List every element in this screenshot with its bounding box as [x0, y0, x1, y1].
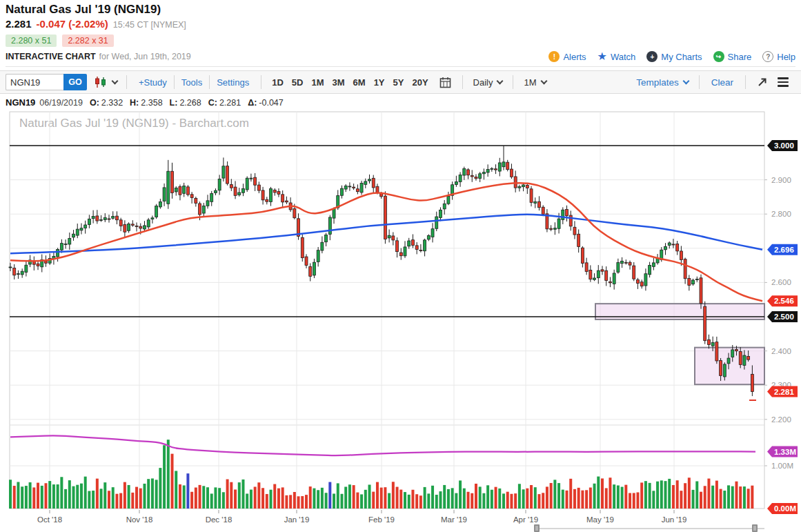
barchart-interactive-chart-page: Natural Gas Jul '19 (NGN19) 2.281 -0.047…	[0, 0, 801, 532]
quick-links: !Alerts★Watch+My Charts↪Share?Help	[548, 51, 795, 62]
bid-ask-row: 2.280 x 51 2.282 x 31	[6, 35, 795, 47]
section-row: INTERACTIVE CHART for Wed, Jun 19th, 201…	[6, 51, 795, 67]
toolbar-link-settings[interactable]: Settings	[217, 77, 249, 88]
axis-badge-label: 1.33M	[774, 448, 796, 456]
drawn-rectangle-annotation[interactable]	[695, 348, 764, 385]
ohlc-value: 2.358	[141, 98, 162, 108]
ohlc-field: L:2.268	[170, 98, 201, 108]
chart-range-scrollbar	[534, 524, 764, 532]
price-change: -0.047 (-2.02%)	[37, 17, 108, 31]
ohlc-label: O:	[90, 98, 99, 108]
templates-dropdown[interactable]: Templates	[636, 77, 689, 88]
separator	[462, 75, 463, 89]
templates-label: Templates	[636, 77, 679, 88]
range-buttons: 1D5D1M3M6M1Y5Y20Y	[268, 77, 432, 88]
quick-link-my-charts[interactable]: +My Charts	[646, 51, 702, 62]
range-button-1m[interactable]: 1M	[311, 77, 324, 88]
share-icon: ↪	[713, 51, 724, 62]
quick-link-share[interactable]: ↪Share	[713, 51, 752, 62]
separator	[745, 75, 746, 89]
separator	[126, 75, 127, 89]
ohlc-value: -0.047	[259, 98, 283, 108]
axis-badge-label: 2.696	[774, 246, 794, 254]
axis-month-label: Oct '18	[37, 515, 62, 524]
range-button-5d[interactable]: 5D	[292, 77, 304, 88]
go-button[interactable]: GO	[63, 74, 87, 90]
range-button-20y[interactable]: 20Y	[412, 77, 428, 88]
axis-month-label: Apr '19	[513, 515, 538, 524]
chevron-down-icon	[497, 77, 504, 84]
range-button-6m[interactable]: 6M	[353, 77, 366, 88]
chart-watermark: Natural Gas Jul '19 (NGN19) - Barchart.c…	[19, 117, 249, 130]
axis-month-label: Dec '18	[206, 515, 233, 524]
help-icon: ?	[762, 51, 773, 62]
axis-tick-label: 1.00M	[771, 462, 793, 470]
menu-icon[interactable]	[778, 77, 789, 87]
axis-month-label: Nov '18	[126, 515, 153, 524]
axis-badge-label: 2.500	[774, 313, 794, 321]
ohlc-fields: O:2.332H:2.358L:2.268C:2.281Δ:-0.047	[90, 98, 290, 108]
ohlc-value: 2.332	[101, 98, 123, 108]
axis-badge-label: 3.000	[774, 141, 794, 150]
range-button-1d[interactable]: 1D	[272, 77, 284, 88]
expand-chart-icon[interactable]	[757, 77, 768, 88]
candlestick-type-icon	[94, 76, 108, 88]
price-row: 2.281 -0.047 (-2.02%) 15:45 CT [NYMEX]	[6, 17, 795, 32]
zoom-label: 1M	[524, 77, 536, 88]
axis-month-label: Mar '19	[441, 515, 467, 524]
ask-badge: 2.282 x 31	[62, 35, 113, 47]
right-price-axis: 2.9002.8002.6002.4002.3002.2001.00M3.000…	[764, 140, 798, 514]
axis-badge-label: 2.546	[774, 297, 794, 305]
quick-link-watch[interactable]: ★Watch	[597, 51, 636, 62]
axis-month-label: May '19	[586, 515, 614, 524]
chart-area: Natural Gas Jul '19 (NGN19) - Barchart.c…	[0, 107, 801, 532]
scrollbar-right-handle[interactable]	[752, 524, 758, 532]
symbol-input[interactable]	[6, 74, 63, 90]
quick-link-label: My Charts	[661, 52, 702, 62]
quick-link-label: Alerts	[563, 52, 586, 62]
price-timestamp: 15:45 CT [NYMEX]	[113, 18, 186, 32]
toolbar-link-tools[interactable]: Tools	[181, 77, 202, 88]
section-date: for Wed, Jun 19th, 2019	[99, 52, 191, 61]
quick-link-label: Help	[777, 52, 795, 62]
study-tools-settings: +StudyToolsSettings	[133, 75, 255, 89]
ohlc-field: C:2.281	[208, 98, 241, 108]
frequency-label: Daily	[473, 77, 493, 88]
axis-tick-label: 2.600	[771, 278, 791, 286]
scrollbar-left-handle[interactable]	[534, 524, 540, 532]
alert-icon: !	[548, 51, 560, 62]
range-button-1y[interactable]: 1Y	[374, 77, 385, 88]
calendar-icon[interactable]	[439, 77, 451, 88]
axis-tick-label: 2.400	[771, 347, 791, 355]
frequency-dropdown[interactable]: Daily	[473, 77, 503, 88]
chart-type-dropdown[interactable]	[94, 76, 117, 88]
chevron-down-icon	[682, 77, 689, 84]
ohlc-label: Δ:	[248, 98, 257, 108]
quick-link-label: Share	[728, 52, 752, 62]
separator	[513, 75, 513, 89]
range-button-3m[interactable]: 3M	[333, 77, 345, 88]
quick-link-label: Watch	[611, 52, 635, 62]
clear-button[interactable]: Clear	[711, 77, 733, 88]
zoom-dropdown[interactable]: 1M	[524, 77, 546, 88]
ohlc-label: C:	[208, 98, 217, 108]
axis-badge-label: 0.00M	[774, 504, 796, 513]
ohlc-value: 2.281	[219, 98, 241, 108]
range-button-5y[interactable]: 5Y	[393, 77, 404, 88]
ohlc-field: Δ:-0.047	[248, 98, 284, 108]
ohlc-label: H:	[130, 98, 139, 108]
last-price: 2.281	[6, 17, 32, 31]
price-chart-canvas[interactable]: Natural Gas Jul '19 (NGN19) - Barchart.c…	[0, 107, 801, 532]
axis-month-label: Jun '19	[662, 515, 687, 524]
separator	[699, 75, 700, 89]
separator	[174, 75, 175, 89]
bottom-time-axis: Oct '18Nov '18Dec '18Jan '19Feb '19Mar '…	[37, 510, 686, 524]
plus-circle-icon: +	[646, 51, 657, 62]
chevron-down-icon	[540, 77, 547, 84]
toolbar-link-study[interactable]: +Study	[139, 77, 167, 88]
section-label: INTERACTIVE CHART	[6, 52, 96, 61]
quick-link-help[interactable]: ?Help	[762, 51, 795, 62]
axis-tick-label: 2.800	[771, 210, 791, 218]
bid-badge: 2.280 x 51	[6, 35, 57, 47]
quick-link-alerts[interactable]: !Alerts	[548, 51, 586, 62]
